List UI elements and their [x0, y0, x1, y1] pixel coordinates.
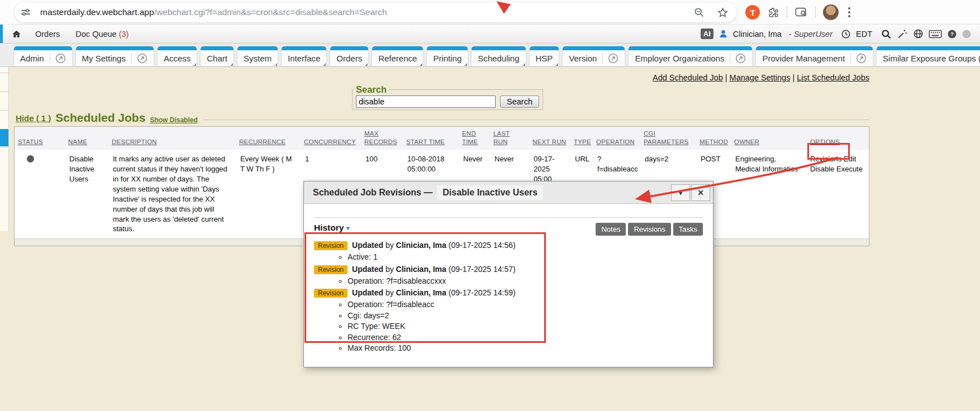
list-scheduled-jobs-link[interactable]: List Scheduled Jobs: [797, 73, 869, 82]
magic-wand-icon[interactable]: [897, 28, 908, 40]
option-revisions[interactable]: Revisions: [810, 155, 841, 163]
popout-icon[interactable]: [131, 53, 148, 64]
rail-active-tab[interactable]: [0, 129, 8, 146]
zoom-out-icon[interactable]: [693, 7, 705, 18]
column-header-concurrency[interactable]: CONCURRENCY: [304, 138, 356, 146]
extensions-puzzle-icon[interactable]: [767, 6, 779, 18]
tab-accent-bar: [237, 46, 278, 50]
revision-change-item: Operation: ?f=disableaccxxx: [348, 276, 703, 287]
column-header-start-time[interactable]: START TIME: [406, 138, 445, 146]
globe-icon[interactable]: [913, 28, 924, 39]
column-header-owner[interactable]: OWNER: [734, 138, 759, 146]
tab-my-settings[interactable]: My Settings: [76, 46, 154, 66]
add-scheduled-job-link[interactable]: Add Scheduled Job: [653, 73, 723, 82]
browser-toolbar: masterdaily.dev.webchart.app/webchart.cg…: [0, 0, 980, 25]
modal-titlebar[interactable]: Scheduled Job Revisions — Disable Inacti…: [304, 181, 713, 204]
column-header-last-run[interactable]: LAST RUN: [493, 130, 510, 146]
column-header-recurrence[interactable]: RECURRENCE: [239, 138, 286, 146]
url-domain: masterdaily.dev.webchart.app: [40, 7, 154, 17]
bookmark-star-icon[interactable]: [717, 7, 729, 18]
column-header-options[interactable]: OPTIONS: [810, 138, 840, 146]
tab-label: Provider Management: [762, 54, 845, 63]
modal-close-button[interactable]: ✕: [691, 184, 710, 201]
manage-settings-link[interactable]: Manage Settings: [730, 73, 791, 82]
tab-chart[interactable]: Chart: [201, 46, 234, 66]
tasks-button[interactable]: Tasks: [673, 223, 703, 236]
revision-change-item: Operation: ?f=disableacc: [348, 299, 703, 310]
modal-dropdown-button[interactable]: ▾: [671, 184, 690, 201]
extension-t-icon[interactable]: T: [745, 5, 760, 20]
tab-interface[interactable]: Interface: [282, 46, 326, 66]
revision-change-item: RC Type: WEEK: [348, 321, 703, 332]
column-header-end-time[interactable]: END TIME: [462, 130, 478, 146]
search-legend: Search: [354, 84, 389, 95]
history-dropdown[interactable]: History: [314, 223, 344, 232]
popout-icon[interactable]: [850, 53, 867, 64]
tab-similar-exposure-groups-segs[interactable]: Similar Exposure Groups (SEGs): [877, 46, 980, 66]
tab-accent-bar: [201, 46, 234, 50]
search-button[interactable]: Search: [500, 95, 539, 108]
address-bar[interactable]: masterdaily.dev.webchart.app/webchart.cg…: [15, 2, 736, 22]
chart-tab-rail[interactable]: [0, 67, 9, 231]
tab-accent-bar: [372, 46, 423, 50]
tab-employer-organizations[interactable]: Employer Organizations: [629, 46, 752, 66]
header-cell-recurrence: RECURRENCE: [236, 127, 301, 150]
tab-system[interactable]: System: [237, 46, 278, 66]
tab-reference[interactable]: Reference: [372, 46, 423, 66]
column-header-status[interactable]: STATUS: [18, 138, 43, 146]
tab-orders[interactable]: Orders: [330, 46, 368, 66]
help-icon[interactable]: ?: [947, 29, 957, 39]
site-settings-icon[interactable]: [20, 7, 31, 18]
nav-doc-queue[interactable]: Doc Queue (3): [75, 30, 129, 39]
tab-access[interactable]: Access: [158, 46, 197, 66]
hide-link[interactable]: Hide ( 1 ): [16, 113, 51, 123]
header-cell-start-time: START TIME: [403, 127, 459, 150]
browser-profile-avatar[interactable]: [823, 4, 839, 20]
column-header-cgi-parameters[interactable]: CGI PARAMETERS: [644, 130, 688, 146]
keyboard-icon[interactable]: [929, 29, 942, 39]
tab-admin[interactable]: Admin: [14, 46, 72, 66]
option-edit[interactable]: Edit: [844, 155, 856, 163]
tab-printing[interactable]: Printing: [427, 46, 468, 66]
tab-provider-management[interactable]: Provider Management: [756, 46, 873, 66]
notes-button[interactable]: Notes: [596, 223, 626, 236]
home-icon[interactable]: [11, 29, 22, 39]
tab-hsp[interactable]: HSP: [530, 46, 559, 66]
revision-badge: Revision: [314, 289, 348, 298]
column-header-next-run[interactable]: NEXT RUN: [532, 138, 566, 146]
option-disable[interactable]: Disable: [810, 165, 834, 173]
column-header-description[interactable]: DESCRIPTION: [112, 138, 157, 146]
tab-accent-bar: [530, 46, 559, 50]
popout-icon[interactable]: [602, 53, 619, 64]
tab-version[interactable]: Version: [563, 46, 625, 66]
doc-queue-count: (3): [119, 30, 129, 39]
column-header-operation[interactable]: OPERATION: [596, 138, 635, 146]
column-header-type[interactable]: TYPE: [574, 138, 591, 146]
search-icon[interactable]: [881, 28, 892, 40]
url-text[interactable]: masterdaily.dev.webchart.app/webchart.cg…: [40, 7, 387, 17]
chevron-down-icon[interactable]: ▾: [346, 224, 350, 232]
header-cell-last-run: LAST RUN: [490, 127, 529, 150]
option-execute[interactable]: Execute: [836, 165, 863, 173]
browser-menu-icon[interactable]: [846, 5, 853, 20]
search-input[interactable]: [356, 95, 496, 108]
revision-list: RevisionUpdated by Clinician, Ima (09-17…: [314, 241, 703, 354]
revision-entry: RevisionUpdated by Clinician, Ima (09-17…: [314, 241, 703, 250]
header-cell-max-records: MAX RECORDS: [361, 127, 403, 150]
column-header-name[interactable]: NAME: [68, 138, 87, 146]
popout-icon[interactable]: [730, 53, 746, 64]
status-circle-icon: [962, 30, 971, 39]
tab-search-icon[interactable]: [795, 6, 808, 18]
column-header-method[interactable]: METHOD: [700, 138, 728, 146]
tab-label: Access: [164, 54, 191, 63]
tab-scheduling[interactable]: Scheduling: [472, 46, 525, 66]
popout-icon[interactable]: [50, 53, 66, 64]
revisions-button[interactable]: Revisions: [628, 223, 670, 236]
user-name[interactable]: Clinician, Ima: [733, 30, 782, 39]
show-disabled-link[interactable]: Show Disabled: [150, 116, 197, 124]
nav-orders[interactable]: Orders: [35, 30, 60, 39]
column-header-max-records[interactable]: MAX RECORDS: [364, 130, 397, 146]
revision-change-item: Recurrence: 62: [348, 332, 703, 343]
ai-badge[interactable]: AI: [701, 28, 713, 39]
clock-icon[interactable]: [841, 29, 851, 39]
